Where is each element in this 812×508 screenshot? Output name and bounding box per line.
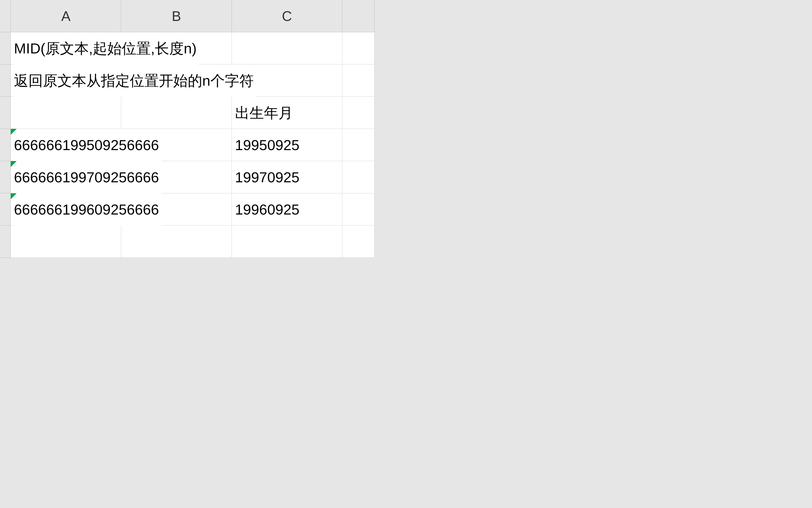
cell-A1-text: MID(原文本,起始位置,长度n) (14, 32, 199, 65)
cell-C7[interactable] (232, 225, 342, 258)
column-header-A[interactable]: A (11, 0, 121, 32)
cell-A5[interactable]: 666666199709256666 (11, 161, 121, 193)
text-format-marker (11, 193, 17, 199)
spreadsheet-grid: A B C MID(原文本,起始位置,长度n) 返回原文本从指定位置开始的n个字… (0, 0, 812, 258)
row-header-4[interactable] (0, 129, 11, 161)
cell-A5-text: 666666199709256666 (14, 161, 161, 193)
cell-C4[interactable]: 19950925 (232, 129, 342, 161)
row-header-3[interactable] (0, 97, 11, 129)
cell-B3[interactable] (121, 97, 232, 129)
cell-D7[interactable] (342, 225, 375, 258)
cell-D2[interactable] (342, 65, 375, 97)
cell-A1[interactable]: MID(原文本,起始位置,长度n) (11, 32, 121, 65)
cell-D5[interactable] (342, 161, 375, 193)
row-header-2[interactable] (0, 65, 11, 97)
cell-D4[interactable] (342, 129, 375, 161)
cell-B7[interactable] (121, 225, 232, 258)
cell-A4-text: 666666199509256666 (14, 129, 161, 161)
cell-D3[interactable] (342, 97, 375, 129)
cell-A7[interactable] (11, 225, 121, 258)
row-header-6[interactable] (0, 193, 11, 225)
cell-A2[interactable]: 返回原文本从指定位置开始的n个字符 (11, 65, 121, 97)
cell-A4[interactable]: 666666199509256666 (11, 129, 121, 161)
cell-D1[interactable] (342, 32, 375, 65)
column-header-C[interactable]: C (232, 0, 342, 32)
cell-C6[interactable]: 19960925 (232, 193, 342, 225)
cell-C3[interactable]: 出生年月 (232, 97, 342, 129)
column-header-D[interactable] (342, 0, 375, 32)
column-header-B[interactable]: B (121, 0, 232, 32)
cell-A6[interactable]: 666666199609256666 (11, 193, 121, 225)
text-format-marker (11, 161, 17, 167)
cell-A2-text: 返回原文本从指定位置开始的n个字符 (14, 65, 256, 97)
text-format-marker (11, 129, 17, 135)
row-header-5[interactable] (0, 161, 11, 193)
cell-C5[interactable]: 19970925 (232, 161, 342, 193)
select-all-corner[interactable] (0, 0, 11, 32)
row-header-1[interactable] (0, 32, 11, 65)
cell-A6-text: 666666199609256666 (14, 193, 161, 225)
cell-A3[interactable] (11, 97, 121, 129)
cell-D6[interactable] (342, 193, 375, 225)
row-header-7[interactable] (0, 225, 11, 258)
cell-C1[interactable] (232, 32, 342, 65)
